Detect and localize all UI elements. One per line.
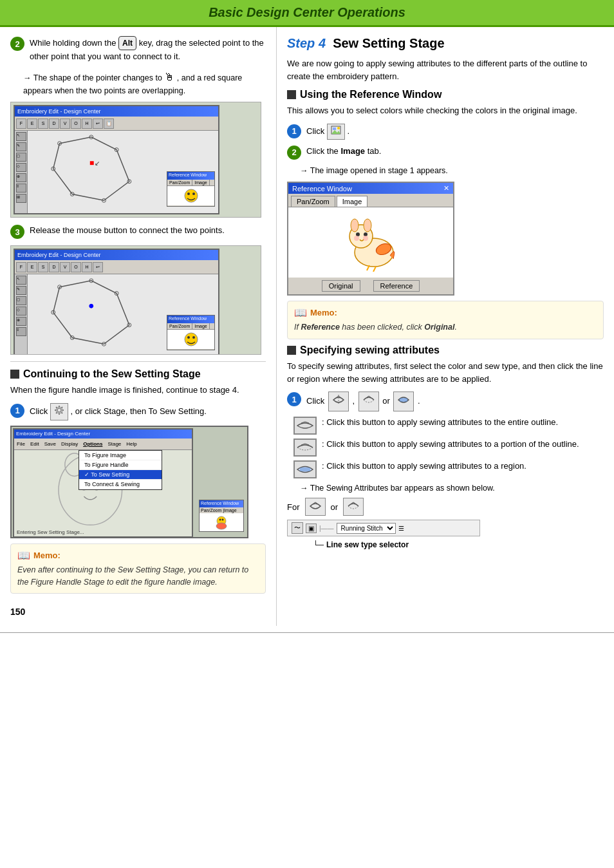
menu-item-sew-setting[interactable]: To Sew Setting (79, 470, 162, 480)
menu-file[interactable]: File (17, 441, 25, 447)
menu-stage[interactable]: Stage (107, 441, 121, 447)
ref-tab-panzoom2[interactable]: Pan/Zoom (167, 323, 192, 329)
ref-tab-image[interactable]: Image (192, 180, 209, 185)
corner-ref-title: Reference Window (200, 500, 243, 507)
step-2-ref-text: Click the Image tab. (306, 145, 604, 158)
toolbar-icon[interactable]: S (38, 262, 48, 272)
for-sew-icon-1[interactable] (305, 498, 326, 516)
design-center-window-2: Embroidery Edit - Design Center F E S D … (14, 249, 219, 355)
sew-icon-partial[interactable] (358, 392, 379, 411)
toolbar-icon[interactable]: E (27, 118, 37, 129)
reference-window-large: Reference Window ✕ Pan/Zoom Image (287, 182, 454, 296)
sew-icon-partial-desc (293, 439, 317, 457)
sidebar-btn[interactable]: ◇ (16, 307, 26, 316)
sidebar-btn[interactable]: ✎ (16, 286, 26, 295)
for-sew-icon-2[interactable] (343, 498, 364, 516)
sidebar-btn[interactable]: ⊞ (16, 194, 26, 203)
toolbar-icon[interactable]: O (71, 118, 81, 129)
ref-window-small-1: Reference Window Pan/Zoom Image (167, 171, 215, 207)
toolbar-icon[interactable]: H (82, 262, 92, 272)
dc-toolbar-1: F E S D V O H ↩ 📋 (15, 117, 218, 131)
menu-options[interactable]: Options (83, 441, 102, 447)
toolbar-icon[interactable]: ↩ (93, 262, 103, 272)
step-1-continuing: 1 Click , or click Stage, then To Sew Se… (10, 403, 266, 420)
sew-icon-region[interactable] (393, 392, 414, 411)
sidebar-btn[interactable]: ≡ (16, 184, 26, 193)
sidebar-btn[interactable]: ◇ (16, 163, 26, 172)
screenshot-connected-points: Embroidery Edit - Design Center F E S D … (10, 245, 261, 355)
sidebar-btn[interactable]: ◻ (16, 296, 26, 305)
sew-setting-gear-icon[interactable] (50, 403, 68, 420)
sidebar-btn[interactable]: ≡ (16, 327, 26, 336)
sew-region-svg (396, 393, 411, 406)
step-1-ref-num: 1 (287, 124, 301, 138)
ref-window-small-2: Reference Window Pan/Zoom Image (167, 315, 215, 350)
sidebar-btn[interactable]: ◻ (16, 153, 26, 162)
toolbar-icon[interactable]: S (38, 118, 48, 129)
image-icon-button[interactable] (327, 124, 345, 140)
comma-sep: , (352, 396, 355, 406)
menu-item-connect[interactable]: To Connect & Sewing (79, 480, 162, 489)
menu-item-figure-handle[interactable]: To Figure Handle (79, 460, 162, 470)
sew-desc-text-2: : Click this button to apply sewing attr… (322, 439, 579, 450)
toolbar-icon[interactable]: V (60, 118, 70, 129)
toolbar-icon[interactable]: F (16, 262, 26, 272)
original-bold: Original (424, 323, 454, 332)
step4-heading: Step 4 Sew Setting Stage (287, 36, 604, 51)
sidebar-btn[interactable]: ✎ (16, 142, 26, 151)
sewing-section-square (287, 346, 296, 355)
menu-item-figure[interactable]: To Figure Image (79, 451, 162, 460)
step-3-block: 3 Release the mouse button to connect th… (10, 224, 266, 239)
toolbar-icon[interactable]: 📋 (104, 118, 114, 129)
toolbar-icon[interactable]: D (49, 118, 59, 129)
menu-help[interactable]: Help (126, 441, 136, 447)
dc-canvas-2: Reference Window Pan/Zoom Image (28, 274, 218, 355)
sew-desc-text-1: : Click this button to apply sewing attr… (322, 417, 558, 428)
toolbar-icon[interactable]: ↩ (93, 118, 103, 129)
dc-sidebar-1: ↖ ✎ ◻ ◇ ⊕ ≡ ⊞ (15, 131, 28, 213)
toolbar-icon[interactable]: D (49, 262, 59, 272)
toolbar-icon[interactable]: V (60, 262, 70, 272)
ref-win-close[interactable]: ✕ (443, 184, 449, 193)
alt-key: Alt (118, 36, 136, 50)
ref-tab-image2[interactable]: Image (192, 323, 209, 329)
bar-square-icon[interactable]: ▣ (306, 524, 317, 533)
right-column: Step 4 Sew Setting Stage We are now goin… (277, 27, 614, 626)
sidebar-btn[interactable]: ↖ (16, 276, 26, 285)
svg-point-31 (216, 523, 227, 529)
toolbar-icon[interactable]: H (82, 118, 92, 129)
corner-ref-window: Reference Window Pan/Zoom |Image (199, 500, 244, 532)
continuing-section-heading: Continuing to the Sew Setting Stage (10, 368, 266, 380)
sew-desc-1: : Click this button to apply sewing attr… (293, 417, 604, 435)
bar-wave-icon[interactable]: 〜 (292, 522, 303, 534)
sew-icon-full[interactable] (328, 392, 349, 411)
ref-tab-panzoom[interactable]: Pan/Zoom (167, 180, 192, 185)
sew-desc-svg-3 (296, 462, 314, 476)
svg-point-37 (337, 127, 340, 129)
toolbar-icon[interactable]: F (16, 118, 26, 129)
stitch-type-select[interactable]: Running Stitch (337, 523, 396, 534)
svg-point-40 (351, 219, 358, 232)
tab-panzoom[interactable]: Pan/Zoom (291, 196, 335, 207)
step-2-ref-bold: Image (340, 146, 365, 156)
sidebar-btn[interactable]: ⊕ (16, 173, 26, 182)
ref-section-square (287, 90, 296, 99)
toolbar-icon[interactable]: E (27, 262, 37, 272)
screenshot-connect-points: Embroidery Edit - Design Center F E S D … (10, 102, 261, 218)
menu-edit[interactable]: Edit (30, 441, 39, 447)
svg-point-33 (222, 518, 224, 520)
bar-dashes: |—— (319, 525, 334, 532)
for-svg-1 (308, 500, 322, 513)
sidebar-btn[interactable]: ↖ (16, 132, 26, 141)
step-3-text: Release the mouse button to connect the … (30, 224, 266, 237)
menu-display[interactable]: Display (61, 441, 78, 447)
reference-button[interactable]: Reference (373, 280, 420, 292)
toolbar-icon[interactable]: O (71, 262, 81, 272)
original-button[interactable]: Original (322, 280, 360, 292)
sidebar-btn[interactable]: ⊕ (16, 317, 26, 326)
corner-tab-panzoom[interactable]: Pan/Zoom (201, 508, 221, 513)
memo-text-2: If Reference has been clicked, click Ori… (294, 321, 597, 334)
menu-save[interactable]: Save (44, 441, 56, 447)
tab-image[interactable]: Image (337, 196, 368, 207)
corner-tab-image[interactable]: |Image (223, 508, 236, 513)
